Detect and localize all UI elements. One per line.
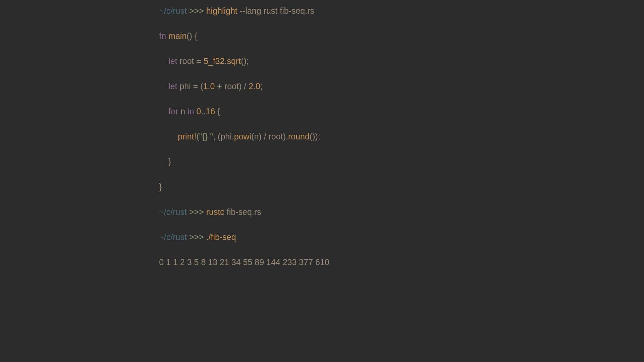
command: ./fib-seq bbox=[206, 232, 236, 242]
code-line-1: fn main() { bbox=[159, 30, 329, 43]
keyword-in: in bbox=[187, 107, 194, 116]
prompt-symbol: >>> bbox=[187, 207, 206, 217]
method-call: sqrt bbox=[227, 56, 241, 66]
keyword-let: let bbox=[168, 81, 177, 91]
number-literal: 2.0 bbox=[249, 81, 260, 91]
number-literal: 16 bbox=[206, 107, 215, 116]
code-line-2: let root = 5_f32.sqrt(); bbox=[159, 55, 329, 68]
prompt-symbol: >>> bbox=[187, 6, 206, 15]
program-output: 0 1 1 2 3 5 8 13 21 34 55 89 144 233 377… bbox=[159, 257, 329, 267]
output-line: 0 1 1 2 3 5 8 13 21 34 55 89 144 233 377… bbox=[159, 256, 329, 269]
code-line-5: print!("{} ", (phi.powi(n) / root).round… bbox=[159, 130, 329, 143]
string-literal: "{} " bbox=[199, 132, 213, 141]
code-line-7: } bbox=[159, 181, 329, 193]
command: rustc bbox=[206, 207, 224, 217]
code-line-6: } bbox=[159, 156, 329, 168]
code-line-4: for n in 0..16 { bbox=[159, 105, 329, 118]
prompt-line-2: ~/c/rust >>> rustc fib-seq.rs bbox=[159, 206, 329, 219]
prompt-symbol: >>> bbox=[187, 232, 206, 242]
method-call: powi bbox=[234, 132, 251, 141]
path-segment: ~/c/rust bbox=[159, 6, 187, 15]
prompt-line-3: ~/c/rust >>> ./fib-seq bbox=[159, 231, 329, 244]
path-segment: ~/c/rust bbox=[159, 232, 187, 242]
command-args: --lang rust fib-seq.rs bbox=[237, 6, 314, 15]
command: highlight bbox=[206, 6, 237, 15]
path-segment: ~/c/rust bbox=[159, 207, 187, 217]
fn-name: main bbox=[168, 31, 186, 41]
number-literal: 5_f32 bbox=[204, 56, 225, 66]
number-literal: 0 bbox=[197, 107, 201, 116]
method-call: round bbox=[288, 132, 310, 141]
command-args: fib-seq.rs bbox=[224, 207, 261, 217]
number-literal: 1.0 bbox=[203, 81, 215, 91]
prompt-line-1: ~/c/rust >>> highlight --lang rust fib-s… bbox=[159, 5, 329, 17]
terminal-output: ~/c/rust >>> highlight --lang rust fib-s… bbox=[159, 0, 329, 274]
keyword-for: for bbox=[168, 107, 178, 116]
keyword-fn: fn bbox=[159, 31, 166, 41]
keyword-let: let bbox=[168, 56, 177, 66]
macro-call: print! bbox=[178, 132, 197, 141]
code-line-3: let phi = (1.0 + root) / 2.0; bbox=[159, 80, 329, 93]
